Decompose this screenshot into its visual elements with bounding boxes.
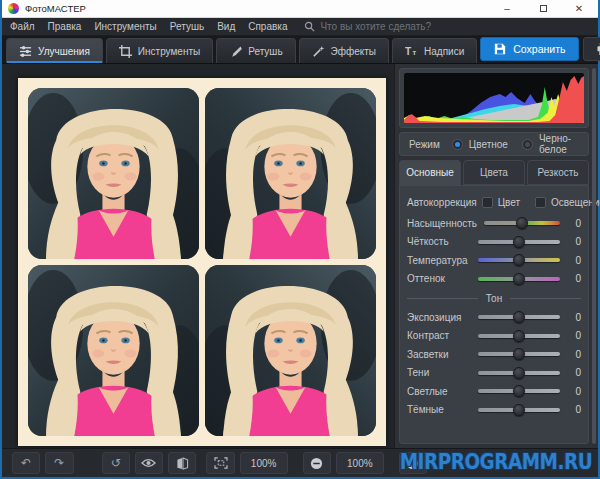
- photo-collage[interactable]: [18, 78, 386, 446]
- slider-label: Тени: [407, 367, 471, 378]
- zoom-level-display: 100%: [336, 452, 384, 474]
- redo-button[interactable]: ↷: [45, 452, 73, 474]
- search-icon: [304, 21, 315, 32]
- menu-file[interactable]: Файл: [10, 21, 35, 32]
- maximize-icon: [540, 5, 547, 12]
- fit-screen-icon: [214, 457, 228, 469]
- checkbox-lighting[interactable]: [535, 197, 546, 208]
- slider-exposure: Экспозиция 0: [407, 308, 581, 327]
- slider-knob[interactable]: [513, 367, 525, 379]
- slider-track[interactable]: [478, 311, 560, 323]
- slider-track[interactable]: [478, 367, 560, 379]
- slider-temperature: Температура 0: [407, 251, 581, 270]
- slider-track[interactable]: [478, 254, 560, 266]
- panel-tab-sharpness[interactable]: Резкость: [527, 160, 589, 185]
- slider-label: Насыщенность: [407, 218, 477, 229]
- save-icon: [494, 43, 506, 55]
- slider-knob[interactable]: [513, 311, 525, 323]
- slider-knob[interactable]: [513, 330, 525, 342]
- reset-button[interactable]: ↺: [102, 452, 130, 474]
- histogram-chart: [404, 73, 584, 123]
- eye-icon: [141, 458, 156, 468]
- before-after-icon: [176, 457, 189, 470]
- minus-icon: [310, 457, 323, 470]
- slider-label: Тёмные: [407, 404, 471, 415]
- reset-icon: ↺: [111, 456, 121, 470]
- menu-bar: Файл Правка Инструменты Ретушь Вид Справ…: [2, 18, 598, 36]
- svg-text:т: т: [412, 48, 416, 57]
- slider-value: 0: [567, 312, 581, 323]
- collage-photo-3: [28, 265, 199, 436]
- mode-selector: Режим Цветное Черно-белое: [399, 132, 589, 156]
- slider-label: Экспозиция: [407, 312, 471, 323]
- slider-knob[interactable]: [513, 273, 525, 285]
- menu-tools[interactable]: Инструменты: [94, 21, 156, 32]
- search-placeholder: Что вы хотите сделать?: [320, 21, 431, 32]
- slider-track[interactable]: [478, 330, 560, 342]
- zoom-out-button[interactable]: [303, 452, 331, 474]
- slider-track[interactable]: [478, 236, 560, 248]
- slider-track[interactable]: [478, 273, 560, 285]
- slider-knob[interactable]: [513, 385, 525, 397]
- slider-knob[interactable]: [513, 404, 525, 416]
- tab-retouch[interactable]: Ретушь: [216, 38, 295, 63]
- minimize-button[interactable]: –: [494, 1, 520, 17]
- menu-help[interactable]: Справка: [248, 21, 287, 32]
- menu-view[interactable]: Вид: [217, 21, 235, 32]
- slider-label: Засветки: [407, 349, 471, 360]
- crop-icon: [119, 45, 132, 58]
- undo-button[interactable]: ↶: [12, 452, 40, 474]
- radio-bw[interactable]: [522, 139, 533, 150]
- slider-track[interactable]: [478, 385, 560, 397]
- slider-track[interactable]: [478, 348, 560, 360]
- tab-effects[interactable]: Эффекты: [299, 38, 389, 63]
- menu-edit[interactable]: Правка: [48, 21, 82, 32]
- compare-button[interactable]: [168, 452, 196, 474]
- slider-knob[interactable]: [513, 254, 525, 266]
- slider-value: 0: [567, 330, 581, 341]
- slider-knob[interactable]: [516, 217, 528, 229]
- histogram: [399, 68, 589, 128]
- menu-retouch[interactable]: Ретушь: [170, 21, 204, 32]
- save-button[interactable]: Сохранить: [480, 37, 579, 61]
- checkbox-color[interactable]: [482, 197, 493, 208]
- slider-knob[interactable]: [513, 236, 525, 248]
- collage-photo-1: [28, 88, 199, 259]
- checkbox-color-label[interactable]: Цвет: [498, 197, 520, 208]
- undo-icon: ↶: [21, 456, 31, 470]
- tab-captions[interactable]: T т Надписи: [392, 38, 477, 63]
- tab-label: Эффекты: [331, 46, 376, 57]
- slider-knob[interactable]: [513, 348, 525, 360]
- panel-scrollbar[interactable]: [592, 68, 596, 444]
- maximize-button[interactable]: [530, 1, 556, 17]
- slider-track[interactable]: [484, 217, 560, 229]
- slider-value: 0: [567, 404, 581, 415]
- slider-value: 0: [567, 349, 581, 360]
- tab-tools[interactable]: Инструменты: [106, 38, 213, 63]
- autocorrection-label: Автокоррекция: [407, 197, 477, 208]
- tool-tab-bar: Улучшения Инструменты Ретушь Эффекты T: [2, 36, 598, 64]
- tone-section-header: Тон: [407, 289, 581, 307]
- tab-enhancements[interactable]: Улучшения: [6, 38, 103, 63]
- slider-value: 0: [567, 218, 581, 229]
- save-label: Сохранить: [513, 43, 565, 55]
- panel-tab-basic[interactable]: Основные: [399, 160, 461, 185]
- slider-saturation: Насыщенность 0: [407, 214, 581, 233]
- print-button[interactable]: Печать: [583, 37, 600, 61]
- radio-color-label[interactable]: Цветное: [469, 139, 508, 150]
- close-button[interactable]: ✕: [566, 1, 592, 17]
- tab-label: Надписи: [424, 46, 464, 57]
- fit-screen-button[interactable]: [206, 452, 234, 474]
- photo-canvas-area: [2, 64, 394, 448]
- radio-bw-label[interactable]: Черно-белое: [539, 133, 571, 155]
- preview-button[interactable]: [135, 452, 163, 474]
- magic-wand-icon: [312, 45, 325, 58]
- global-search-input[interactable]: Что вы хотите сделать?: [304, 21, 431, 32]
- radio-color[interactable]: [452, 139, 463, 150]
- slider-track[interactable]: [478, 404, 560, 416]
- panel-tab-colors[interactable]: Цвета: [463, 160, 525, 185]
- zoom-preset-button[interactable]: 100%: [240, 452, 288, 474]
- slider-label: Оттенок: [407, 273, 471, 284]
- mode-label: Режим: [409, 139, 440, 150]
- slider-blacks: Тёмные 0: [407, 401, 581, 420]
